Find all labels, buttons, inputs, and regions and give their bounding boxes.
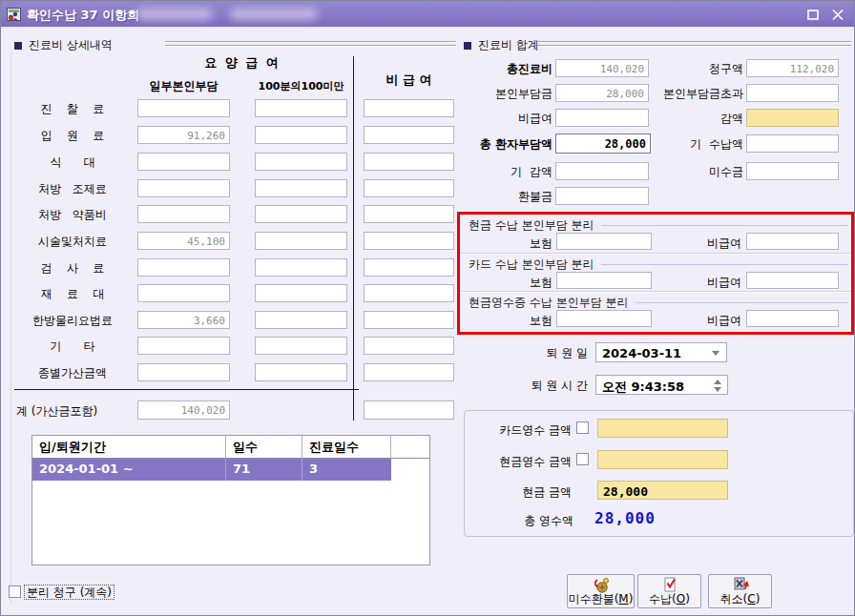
fee-field-physio-uninsured[interactable] <box>364 311 454 329</box>
received-label: 기 수납액 <box>657 137 743 151</box>
claim-amount-field[interactable]: 112,020 <box>746 59 839 77</box>
table-header-blank <box>391 436 429 459</box>
fee-field-rx-drug-under100[interactable] <box>255 205 347 223</box>
close-button[interactable] <box>827 5 848 24</box>
patient-total-field[interactable]: 28,000 <box>555 133 651 154</box>
cash-receipt-label: 현금영수 금액 <box>478 455 572 468</box>
fee-field-etc-uninsured[interactable] <box>364 337 454 355</box>
total-field-copay[interactable]: 140,020 <box>137 400 230 420</box>
copay-field[interactable]: 28,000 <box>555 84 649 102</box>
exit-door-icon <box>729 577 752 593</box>
section-bullet-icon <box>14 42 22 50</box>
copay-excess-field[interactable] <box>746 84 839 102</box>
total-field-uninsured[interactable] <box>364 400 454 420</box>
fee-field-consult-copay[interactable] <box>137 99 230 117</box>
unpaid-field[interactable] <box>746 162 839 180</box>
card-split-uninsured-field[interactable] <box>746 272 839 289</box>
cash-receipt-checkbox[interactable] <box>576 453 589 465</box>
fee-field-exam-copay[interactable] <box>137 258 230 277</box>
total-fee-field[interactable]: 140,020 <box>555 59 649 77</box>
fee-field-rx-dispense-uninsured[interactable] <box>364 179 454 197</box>
receipt-split-uninsured-field[interactable] <box>746 310 839 327</box>
fee-field-rx-dispense-under100[interactable] <box>255 179 347 197</box>
refund-button[interactable]: 미수환불(M) <box>567 574 635 608</box>
fee-field-etc-copay[interactable] <box>137 337 230 355</box>
fee-field-admission-copay[interactable]: 91,260 <box>137 126 230 144</box>
refund-person-icon <box>590 577 613 593</box>
fee-field-rx-dispense-copay[interactable] <box>137 179 230 197</box>
discharge-date-value: 2024-03-11 <box>602 346 681 360</box>
split-claim-label[interactable]: 분리 청구 (계속) <box>25 585 114 599</box>
fee-row-label-material: 재 료 대 <box>14 287 131 300</box>
cancel-button[interactable]: 취소(C) <box>708 574 772 608</box>
fee-field-meal-under100[interactable] <box>255 153 347 171</box>
title-bar[interactable]: 확인수납 37 이항희 <box>1 1 854 28</box>
card-receipt-amount-field[interactable] <box>597 419 728 438</box>
receipt-split-insurance-field[interactable] <box>556 310 652 327</box>
fee-field-etc-under100[interactable] <box>255 337 347 355</box>
fee-field-consult-uninsured[interactable] <box>364 99 454 117</box>
fee-field-material-under100[interactable] <box>255 284 347 302</box>
uninsured-field[interactable] <box>555 109 649 127</box>
discharge-time-value: 오전 9:43:58 <box>602 380 684 394</box>
card-receipt-checkbox[interactable] <box>576 421 589 434</box>
fee-detail-section-header: 진료비 상세내역 <box>14 37 113 53</box>
fee-field-material-uninsured[interactable] <box>364 284 454 302</box>
refund-label: 환불금 <box>464 190 553 203</box>
fee-field-consult-under100[interactable] <box>255 99 347 117</box>
fee-row-label-rx-dispense: 처방 조제료 <box>14 182 131 195</box>
close-icon <box>832 10 844 20</box>
fee-field-surcharge-copay[interactable] <box>137 363 230 381</box>
chevron-down-icon[interactable] <box>714 387 721 392</box>
cash-split-uninsured-field[interactable] <box>746 233 839 250</box>
reduction-field[interactable] <box>746 109 839 127</box>
fee-field-admission-under100[interactable] <box>255 126 347 144</box>
copay-excess-label: 본인부담금초과 <box>657 87 743 100</box>
prev-reduction-field[interactable] <box>555 162 649 180</box>
fee-field-exam-uninsured[interactable] <box>364 258 454 277</box>
copay-label: 본인부담금 <box>464 87 553 100</box>
prev-reduction-label: 기 감액 <box>464 165 553 178</box>
fee-field-meal-copay[interactable] <box>137 153 230 171</box>
chevron-down-icon[interactable] <box>712 351 719 356</box>
maximize-button[interactable] <box>803 5 824 24</box>
receive-button[interactable]: 수납(O) <box>637 574 701 608</box>
received-field[interactable] <box>746 134 839 153</box>
refund-field[interactable] <box>555 187 649 205</box>
table-cell-period: 2024-01-01 ~ <box>32 459 226 481</box>
total-row-label: 계 (가산금포함) <box>16 404 136 418</box>
cash-receipt-amount-field[interactable] <box>597 450 728 469</box>
fee-field-procedure-uninsured[interactable] <box>364 232 454 250</box>
cash-amount-field[interactable]: 28,000 <box>597 481 728 500</box>
fee-row-label-exam: 검 사 료 <box>14 261 131 275</box>
fee-field-physio-copay[interactable]: 3,660 <box>137 311 230 329</box>
document-check-icon <box>658 577 681 593</box>
card-split-insurance-label: 보험 <box>483 276 553 289</box>
chevron-up-icon[interactable] <box>714 380 721 384</box>
redacted-text <box>230 8 318 20</box>
fee-field-procedure-copay[interactable]: 45,100 <box>137 232 230 250</box>
fee-field-rx-drug-copay[interactable] <box>137 205 230 223</box>
fee-field-rx-drug-uninsured[interactable] <box>364 205 454 223</box>
cash-split-insurance-label: 보험 <box>483 236 553 250</box>
admission-period-table[interactable]: 입/퇴원기간 일수 진료일수 2024-01-01 ~ 71 3 <box>31 435 430 565</box>
cash-split-insurance-field[interactable] <box>556 233 652 250</box>
fee-field-material-copay[interactable] <box>137 284 230 302</box>
fee-field-exam-under100[interactable] <box>255 258 347 277</box>
discharge-date-combobox[interactable]: 2024-03-11 <box>595 342 727 362</box>
fee-field-admission-uninsured[interactable] <box>364 126 454 144</box>
claim-amount-label: 청구액 <box>657 62 743 75</box>
fee-field-meal-uninsured[interactable] <box>364 153 454 171</box>
title-rule <box>601 264 848 265</box>
split-claim-checkbox[interactable] <box>9 585 21 598</box>
title-rule <box>636 302 848 303</box>
fee-field-surcharge-under100[interactable] <box>255 363 347 381</box>
fee-field-physio-under100[interactable] <box>255 311 347 329</box>
fee-field-surcharge-uninsured[interactable] <box>364 363 454 381</box>
section-bullet-icon <box>464 42 471 50</box>
payment-confirmation-window: 확인수납 37 이항희 진료비 상세내역 요 양 급 여 일부본인부담 100분… <box>0 0 855 616</box>
card-receipt-label: 카드영수 금액 <box>478 423 572 437</box>
card-split-insurance-field[interactable] <box>556 272 652 289</box>
discharge-time-spinner[interactable]: 오전 9:43:58 <box>595 375 728 395</box>
fee-field-procedure-under100[interactable] <box>255 232 347 250</box>
